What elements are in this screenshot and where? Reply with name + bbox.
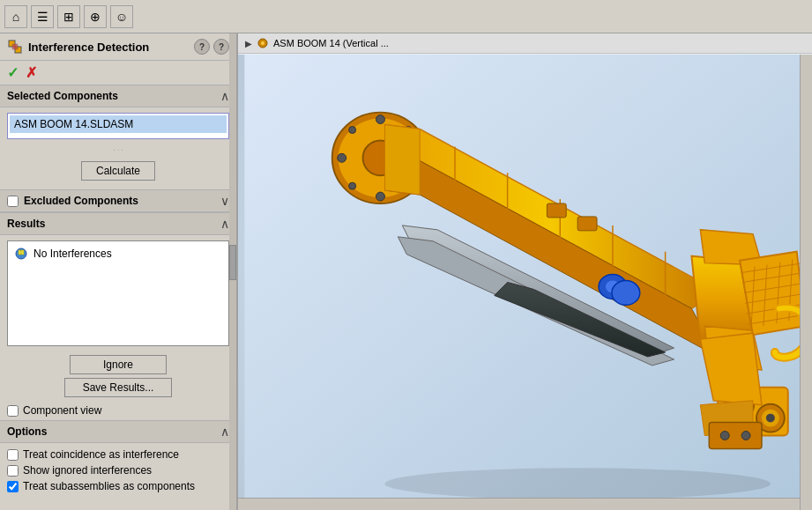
option-checkbox-1[interactable] xyxy=(7,465,19,477)
svg-rect-4 xyxy=(19,250,21,255)
selected-components-toggle: ∧ xyxy=(220,89,229,103)
ignore-button[interactable]: Ignore xyxy=(70,355,167,374)
main-area: Interference Detection ? ? ✓ ✗ Selected … xyxy=(0,33,812,510)
drag-handle: · · · xyxy=(0,144,236,156)
svg-point-60 xyxy=(741,432,750,440)
svg-point-17 xyxy=(349,127,356,134)
boom-3d-model xyxy=(238,55,812,510)
viewport-scrollbar-vertical[interactable] xyxy=(800,55,812,510)
viewport-icon xyxy=(256,36,270,50)
toolbar-settings-btn[interactable]: ☺ xyxy=(110,5,133,28)
toolbar-table-btn[interactable]: ⊞ xyxy=(57,5,80,28)
panel-header: Interference Detection ? ? xyxy=(0,33,236,61)
component-view-label: Component view xyxy=(23,404,101,417)
viewport-scrollbar-horizontal[interactable] xyxy=(238,498,800,510)
svg-point-7 xyxy=(261,41,264,45)
option-row-0: Treat coincidence as interference xyxy=(7,447,229,462)
option-row-1: Show ignored interferences xyxy=(7,462,229,478)
svg-point-14 xyxy=(376,192,384,201)
excluded-components-header[interactable]: Excluded Components ∨ xyxy=(0,189,236,212)
svg-point-59 xyxy=(720,432,729,440)
results-list: No Interferences xyxy=(7,240,229,346)
svg-rect-58 xyxy=(709,423,762,449)
selected-components-title: Selected Components xyxy=(7,90,118,102)
option-label-0: Treat coincidence as interference xyxy=(23,448,179,461)
toolbar-home-btn[interactable]: ⌂ xyxy=(4,5,27,28)
help-icon-2[interactable]: ? xyxy=(213,39,229,55)
excluded-toggle: ∨ xyxy=(220,194,229,208)
option-checkbox-0[interactable] xyxy=(7,449,19,461)
component-item-0[interactable]: ASM BOOM 14.SLDASM xyxy=(10,115,227,133)
options-section: Treat coincidence as interference Show i… xyxy=(0,443,236,498)
selected-components-header[interactable]: Selected Components ∧ xyxy=(0,85,236,107)
svg-point-55 xyxy=(766,414,775,423)
results-header[interactable]: Results ∧ xyxy=(0,212,236,235)
results-title: Results xyxy=(7,218,45,230)
result-icon-0 xyxy=(14,247,28,261)
svg-rect-2 xyxy=(12,44,18,49)
result-item-0[interactable]: No Interferences xyxy=(11,245,225,262)
toolbar-target-btn[interactable]: ⊕ xyxy=(84,5,107,28)
viewport-title: ASM BOOM 14 (Vertical ... xyxy=(273,38,389,48)
panel-scrollbar[interactable] xyxy=(229,33,236,510)
viewport: ▶ ASM BOOM 14 (Vertical ... xyxy=(238,33,812,510)
svg-rect-5 xyxy=(21,250,24,255)
option-label-1: Show ignored interferences xyxy=(23,464,152,477)
svg-point-15 xyxy=(338,153,346,162)
toolbar-list-btn[interactable]: ☰ xyxy=(31,5,54,28)
help-icon-1[interactable]: ? xyxy=(194,39,210,55)
option-checkbox-2[interactable] xyxy=(7,481,19,492)
options-toggle: ∧ xyxy=(220,425,229,439)
btn-row: Ignore Save Results... xyxy=(0,351,236,401)
excluded-components-label: Excluded Components xyxy=(24,195,215,207)
calculate-button[interactable]: Calculate xyxy=(81,161,155,181)
component-view-checkbox[interactable] xyxy=(7,405,19,417)
panel-scroll-thumb xyxy=(229,245,236,280)
option-label-2: Treat subassemblies as components xyxy=(23,480,195,492)
confirm-button[interactable]: ✓ xyxy=(7,64,19,81)
result-text-0: No Interferences xyxy=(34,248,112,260)
excluded-components-checkbox[interactable] xyxy=(7,196,19,207)
interference-icon xyxy=(7,39,23,55)
action-row: ✓ ✗ xyxy=(0,61,236,85)
save-results-button[interactable]: Save Results... xyxy=(64,378,173,397)
toolbar: ⌂ ☰ ⊞ ⊕ ☺ xyxy=(0,0,812,33)
svg-point-19 xyxy=(349,182,356,189)
option-row-2: Treat subassemblies as components xyxy=(7,478,229,494)
options-header[interactable]: Options ∧ xyxy=(0,420,236,443)
svg-point-37 xyxy=(612,281,640,306)
left-panel: Interference Detection ? ? ✓ ✗ Selected … xyxy=(0,33,238,510)
viewport-title-bar: ▶ ASM BOOM 14 (Vertical ... xyxy=(238,33,812,54)
component-list: ASM BOOM 14.SLDASM xyxy=(7,113,229,139)
help-icons: ? ? xyxy=(194,39,229,55)
viewport-arrow: ▶ xyxy=(245,39,252,48)
svg-point-13 xyxy=(376,115,384,124)
svg-rect-61 xyxy=(547,203,566,218)
svg-rect-62 xyxy=(577,217,597,231)
component-view-row: Component view xyxy=(0,401,236,420)
results-toggle: ∧ xyxy=(220,217,229,231)
options-title: Options xyxy=(7,425,47,438)
panel-title: Interference Detection xyxy=(28,41,189,54)
cancel-button[interactable]: ✗ xyxy=(26,64,37,81)
svg-marker-23 xyxy=(384,125,420,196)
svg-point-9 xyxy=(384,468,770,499)
